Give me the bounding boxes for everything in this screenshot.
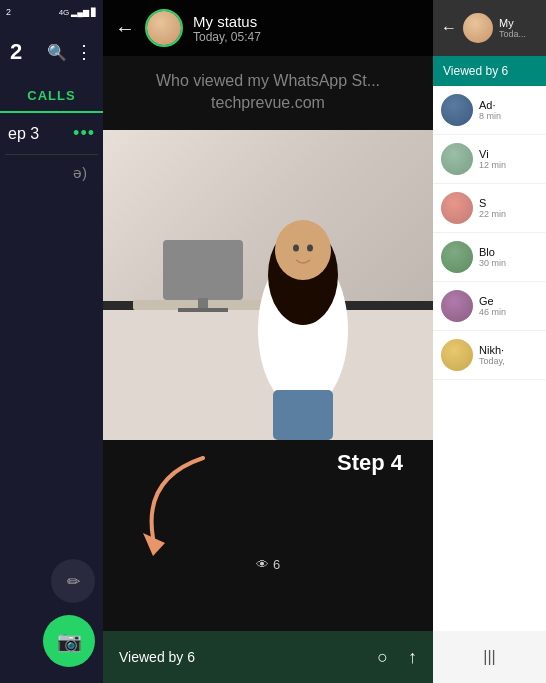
status-time: Today, 05:47 [193, 30, 261, 44]
status-info: My status Today, 05:47 [193, 13, 261, 44]
curved-arrow-illustration [123, 448, 243, 568]
right-status-time: Toda... [499, 29, 526, 39]
svg-point-12 [293, 245, 299, 252]
list-item: S 22 min [433, 184, 546, 233]
viewer-name: Vi [479, 148, 506, 160]
viewer-avatar [441, 192, 473, 224]
right-status-header: ← My Toda... [433, 0, 546, 56]
status-time: 2 [6, 7, 11, 17]
signal-bars: ▂▄▆ [71, 8, 89, 17]
avatar-image [147, 11, 181, 45]
camera-icon: 📷 [57, 629, 82, 653]
bottom-action-icons: ○ ↑ [377, 647, 417, 668]
top-bar: 2 🔍 ⋮ [0, 24, 103, 80]
viewer-time: Today, [479, 356, 505, 366]
share-icon[interactable]: ↑ [408, 647, 417, 668]
viewer-name: Ad· [479, 99, 501, 111]
status-avatar [145, 9, 183, 47]
viewer-avatar [441, 290, 473, 322]
edit-fab-button[interactable]: ✏ [51, 559, 95, 603]
status-bottom-bar: Viewed by 6 ○ ↑ [103, 631, 433, 683]
right-name-block: My Toda... [499, 17, 526, 39]
svg-rect-3 [198, 298, 208, 308]
step3-section: ep 3 ••• [0, 113, 103, 154]
list-item: Ge 46 min [433, 282, 546, 331]
viewer-list: Ad· 8 min Vi 12 min S 22 min Blo 30 min [433, 86, 546, 631]
viewer-avatar [441, 339, 473, 371]
menu-icon[interactable]: ⋮ [75, 41, 93, 63]
svg-rect-2 [163, 240, 243, 300]
viewer-info: S 22 min [479, 197, 506, 219]
viewer-name: S [479, 197, 506, 209]
step4-label: Step 4 [337, 450, 403, 476]
status-icons: 4G ▂▄▆ ▊ [59, 8, 97, 17]
viewer-avatar [441, 94, 473, 126]
list-item: Nikh· Today, [433, 331, 546, 380]
right-avatar [463, 13, 493, 43]
search-icon[interactable]: 🔍 [47, 43, 67, 62]
viewer-info: Blo 30 min [479, 246, 506, 268]
list-item: Vi 12 min [433, 135, 546, 184]
svg-rect-4 [178, 308, 228, 312]
view-count: 6 [273, 557, 280, 572]
left-panel: 2 4G ▂▄▆ ▊ 2 🔍 ⋮ CALLS ep 3 ••• ə) ✏ 📷 [0, 0, 103, 683]
viewer-time: 22 min [479, 209, 506, 219]
viewed-by-label: Viewed by 6 [119, 649, 195, 665]
viewer-name: Ge [479, 295, 506, 307]
status-bar: 2 4G ▂▄▆ ▊ [0, 0, 103, 24]
watermark-line1: Who viewed my WhatsApp St... [103, 70, 433, 92]
camera-fab-button[interactable]: 📷 [43, 615, 95, 667]
list-item: Blo 30 min [433, 233, 546, 282]
step3-label: ep 3 [8, 125, 39, 143]
list-item: Ad· 8 min [433, 86, 546, 135]
top-bar-icons: 🔍 ⋮ [47, 41, 93, 63]
right-status-name: My [499, 17, 526, 29]
step4-area: Step 4 👁 6 [103, 440, 433, 600]
viewer-name: Nikh· [479, 344, 505, 356]
status-header: ← My status Today, 05:47 [103, 0, 433, 56]
watermark-line2: techprevue.com [103, 92, 433, 114]
bracket-text: ə) [65, 155, 103, 191]
view-count-indicator: 👁 6 [256, 557, 280, 572]
right-panel: ← My Toda... Viewed by 6 Ad· 8 min Vi 12… [433, 0, 546, 683]
nav-icon[interactable]: ||| [483, 648, 495, 666]
calls-tab[interactable]: CALLS [0, 80, 103, 113]
status-name: My status [193, 13, 261, 30]
viewer-name: Blo [479, 246, 506, 258]
right-bottom-bar: ||| [433, 631, 546, 683]
viewed-by-header-text: Viewed by 6 [443, 64, 508, 78]
tab-number: 2 [10, 39, 22, 65]
viewer-avatar [441, 143, 473, 175]
watermark-overlay: Who viewed my WhatsApp St... techprevue.… [103, 70, 433, 115]
svg-point-11 [275, 220, 331, 280]
svg-point-13 [307, 245, 313, 252]
viewer-info: Ad· 8 min [479, 99, 501, 121]
right-back-button[interactable]: ← [441, 19, 457, 37]
viewer-avatar [441, 241, 473, 273]
back-button[interactable]: ← [115, 17, 135, 40]
circle-icon[interactable]: ○ [377, 647, 388, 668]
svg-rect-8 [273, 390, 333, 440]
middle-panel: ← My status Today, 05:47 Who viewed my W… [103, 0, 433, 683]
viewer-time: 8 min [479, 111, 501, 121]
viewer-time: 12 min [479, 160, 506, 170]
battery-icon: ▊ [91, 8, 97, 17]
edit-icon: ✏ [67, 572, 80, 591]
viewer-info: Nikh· Today, [479, 344, 505, 366]
eye-icon: 👁 [256, 557, 269, 572]
viewer-time: 30 min [479, 258, 506, 268]
status-photo-area [103, 130, 433, 440]
viewer-time: 46 min [479, 307, 506, 317]
calls-label: CALLS [27, 88, 75, 103]
viewer-info: Ge 46 min [479, 295, 506, 317]
person-illustration [103, 130, 433, 440]
viewed-by-header: Viewed by 6 [433, 56, 546, 86]
network-indicator: 4G [59, 8, 70, 17]
more-options-icon[interactable]: ••• [73, 123, 95, 144]
viewer-info: Vi 12 min [479, 148, 506, 170]
